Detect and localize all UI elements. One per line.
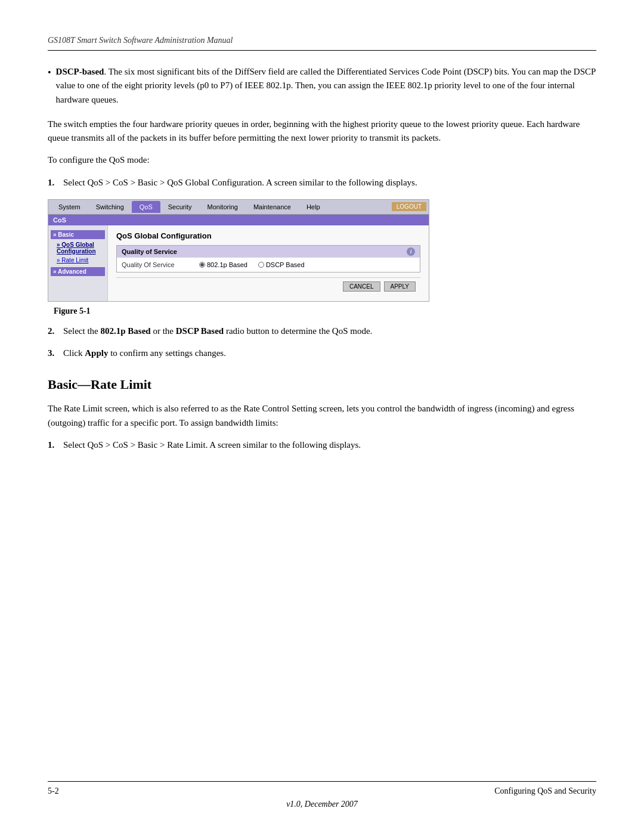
step1: 1. Select QoS > CoS > Basic > QoS Global… xyxy=(48,176,596,190)
dscp-body: . The six most significant bits of the D… xyxy=(56,67,596,104)
radio-dscp-label[interactable]: DSCP Based xyxy=(258,261,305,268)
ui-radio-group: 802.1p Based DSCP Based xyxy=(199,261,305,268)
sidebar-advanced[interactable]: » Advanced xyxy=(51,267,105,276)
rate-step1-num: 1. xyxy=(48,438,60,452)
bullet-dot: • xyxy=(48,66,51,107)
apply-button[interactable]: APPLY xyxy=(384,281,416,292)
footer-center: v1.0, December 2007 xyxy=(48,800,596,809)
ui-form-row: Quality Of Service 802.1p Based DSCP Bas… xyxy=(117,258,420,272)
radio-dscp-text: DSCP Based xyxy=(266,261,305,268)
ui-form-label: Quality Of Service xyxy=(122,261,187,268)
ui-body: » Basic » QoS GlobalConfiguration » Rate… xyxy=(48,225,429,301)
main-content: • DSCP-based. The six most significant b… xyxy=(48,65,596,769)
radio-dscp[interactable] xyxy=(258,262,264,268)
step3-text: Click Apply to confirm any settings chan… xyxy=(63,346,226,360)
step2-pre: Select the xyxy=(63,326,100,336)
paragraph2: To configure the QoS mode: xyxy=(48,153,596,167)
nav-switching[interactable]: Switching xyxy=(88,201,132,213)
bullet-section: • DSCP-based. The six most significant b… xyxy=(48,65,596,107)
step2-num: 2. xyxy=(48,324,60,338)
footer-right: Configuring QoS and Security xyxy=(494,786,596,796)
nav-help[interactable]: Help xyxy=(299,201,328,213)
rate-step1: 1. Select QoS > CoS > Basic > Rate Limit… xyxy=(48,438,596,452)
nav-qos[interactable]: QoS xyxy=(132,201,160,213)
sidebar-qos-global[interactable]: » QoS GlobalConfiguration xyxy=(51,240,105,256)
page-header: GS108T Smart Switch Software Administrat… xyxy=(48,36,596,51)
nav-security[interactable]: Security xyxy=(160,201,200,213)
step2-bold1: 802.1p Based xyxy=(100,326,150,336)
sidebar-rate-limit[interactable]: » Rate Limit xyxy=(51,256,105,265)
radio-802-label[interactable]: 802.1p Based xyxy=(199,261,247,268)
ui-screenshot: System Switching QoS Security Monitoring… xyxy=(48,199,429,302)
bullet-text-dscp: DSCP-based. The six most significant bit… xyxy=(56,65,596,107)
step1-text: Select QoS > CoS > Basic > QoS Global Co… xyxy=(63,176,417,190)
ui-section-title: Quality of Service xyxy=(122,248,177,255)
figure-caption: Figure 5-1 xyxy=(48,306,596,316)
step3-num: 3. xyxy=(48,346,60,360)
logout-button[interactable]: LOGOUT xyxy=(392,202,426,211)
ui-sidebar: » Basic » QoS GlobalConfiguration » Rate… xyxy=(48,225,108,301)
rate-step1-text: Select QoS > CoS > Basic > Rate Limit. A… xyxy=(63,438,361,452)
radio-802-text: 802.1p Based xyxy=(207,261,247,268)
ui-main-title: QoS Global Configuration xyxy=(116,231,420,240)
header-title: GS108T Smart Switch Software Administrat… xyxy=(48,36,233,45)
rate-limit-para: The Rate Limit screen, which is also ref… xyxy=(48,402,596,430)
step2-mid: or the xyxy=(151,326,176,336)
step2-end: radio button to determine the QoS mode. xyxy=(224,326,372,336)
footer-line: 5-2 Configuring QoS and Security xyxy=(48,781,596,796)
page-footer: 5-2 Configuring QoS and Security v1.0, D… xyxy=(48,769,596,809)
step1-num: 1. xyxy=(48,176,60,190)
section-heading: Basic—Rate Limit xyxy=(48,377,596,392)
ui-section-header: Quality of Service i xyxy=(117,246,420,258)
ui-nav: System Switching QoS Security Monitoring… xyxy=(48,200,429,215)
ui-section-box: Quality of Service i Quality Of Service … xyxy=(116,245,420,272)
radio-802[interactable] xyxy=(199,262,205,268)
step2-bold2: DSCP Based xyxy=(176,326,224,336)
step3: 3. Click Apply to confirm any settings c… xyxy=(48,346,596,360)
bullet-item-dscp: • DSCP-based. The six most significant b… xyxy=(48,65,596,107)
sidebar-basic[interactable]: » Basic xyxy=(51,230,105,239)
ui-main: QoS Global Configuration Quality of Serv… xyxy=(108,225,429,301)
nav-maintenance[interactable]: Maintenance xyxy=(246,201,299,213)
info-icon[interactable]: i xyxy=(407,247,415,256)
cancel-button[interactable]: CANCEL xyxy=(343,281,380,292)
step2-text: Select the 802.1p Based or the DSCP Base… xyxy=(63,324,372,338)
paragraph1: The switch empties the four hardware pri… xyxy=(48,117,596,145)
step3-bold: Apply xyxy=(85,348,108,358)
ui-footer: CANCEL APPLY xyxy=(116,277,420,295)
ui-breadcrumb: CoS xyxy=(48,215,429,225)
step3-end: to confirm any settings changes. xyxy=(108,348,225,358)
step2: 2. Select the 802.1p Based or the DSCP B… xyxy=(48,324,596,338)
nav-monitoring[interactable]: Monitoring xyxy=(200,201,246,213)
nav-system[interactable]: System xyxy=(51,201,88,213)
footer-left: 5-2 xyxy=(48,786,59,796)
step3-pre: Click xyxy=(63,348,85,358)
dscp-term: DSCP-based xyxy=(56,67,104,76)
